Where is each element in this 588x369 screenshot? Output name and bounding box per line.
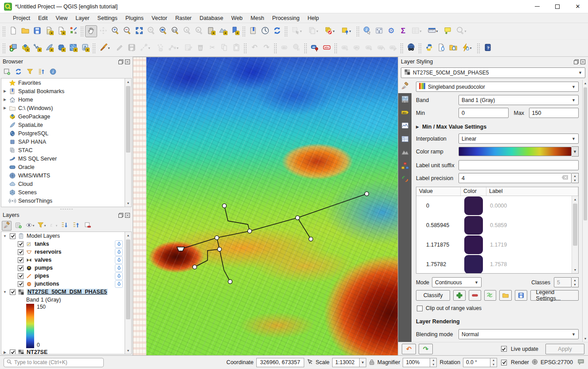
toolbar-grip[interactable]: [418, 43, 422, 54]
menu-raster[interactable]: Raster: [171, 13, 196, 23]
new-map-view-button[interactable]: [205, 25, 217, 37]
styling-layer-select[interactable]: NT27SE_50CM_DSM_PHASE5 ▼: [401, 67, 585, 78]
save-color-map-button[interactable]: [515, 290, 527, 301]
label-precision-spinner[interactable]: ▲▼: [572, 173, 579, 183]
remove-layer-button[interactable]: [82, 221, 92, 231]
water-drop-badge-icon[interactable]: [115, 248, 123, 256]
diagram-tab[interactable]: [398, 160, 412, 173]
column-header-label[interactable]: Label: [486, 187, 578, 196]
new-virtual-layer-button[interactable]: [55, 42, 67, 54]
menu-help[interactable]: Help: [303, 13, 323, 23]
clear-value-icon[interactable]: [561, 175, 568, 181]
layer-item-NT27SE[interactable]: ▶NT27SE: [1, 348, 125, 354]
layer-checkbox[interactable]: [18, 273, 24, 279]
locator-input[interactable]: [14, 359, 101, 365]
color-table-scrollbar[interactable]: ▲ ▼: [572, 196, 578, 273]
styling-redo-button[interactable]: ↷: [419, 344, 433, 354]
layers-scrollbar[interactable]: ▲ ▼: [125, 232, 132, 354]
toggle-editing-button[interactable]: ▾: [97, 42, 114, 54]
toolbar-grip[interactable]: [80, 26, 84, 37]
toolbar-grip[interactable]: [477, 43, 480, 54]
labels-tab[interactable]: abc: [398, 106, 412, 120]
minmax-settings-section[interactable]: ▶ Min / Max Value Settings: [416, 124, 579, 130]
layer-checkbox[interactable]: [18, 249, 24, 255]
lock-scale-icon[interactable]: [369, 359, 375, 366]
coordinate-input[interactable]: 326960, 673357: [256, 358, 304, 367]
live-update-checkbox[interactable]: [501, 346, 507, 352]
layer-item-valves[interactable]: valves: [1, 256, 125, 264]
new-mesh-layer-button[interactable]: [67, 42, 79, 54]
histogram-tab[interactable]: [398, 120, 412, 133]
browser-item-cloud[interactable]: Cloud: [1, 180, 125, 188]
browser-item-geopackage[interactable]: GeoPackage: [1, 112, 125, 121]
add-value-button[interactable]: [453, 290, 466, 301]
label-precision-input[interactable]: 4: [459, 173, 572, 183]
browser-item-c-windows-[interactable]: ▶C:\ (Windows): [1, 104, 125, 112]
classify-button[interactable]: Classify: [416, 290, 450, 301]
pin-labels-button[interactable]: ab: [309, 42, 321, 54]
pan-map-button[interactable]: [85, 25, 97, 37]
browser-item-sap-hana[interactable]: SAP HANA: [1, 137, 125, 146]
refresh-button[interactable]: [271, 25, 283, 37]
column-header-color[interactable]: Color: [461, 187, 486, 196]
browser-float-icon[interactable]: [118, 59, 123, 64]
styling-scrollbar[interactable]: ▲ ▼: [582, 80, 588, 342]
new-print-layout-button[interactable]: [43, 25, 55, 37]
pyramids-tab[interactable]: [398, 146, 412, 160]
styling-undo-button[interactable]: ↶: [402, 344, 416, 354]
identify-features-button[interactable]: i: [361, 25, 373, 37]
band-select[interactable]: Band 1 (Gray)▼: [459, 95, 579, 105]
zoom-to-layer-button[interactable]: [157, 25, 169, 37]
extents-toggle-icon[interactable]: [307, 359, 313, 366]
crs-globe-icon[interactable]: [532, 359, 538, 366]
open-layer-styling-button[interactable]: [2, 221, 12, 231]
browser-item-postgresql[interactable]: PostgreSQL: [1, 129, 125, 137]
browser-item-stac[interactable]: STAC: [1, 146, 125, 154]
menu-processing[interactable]: Processing: [268, 13, 304, 23]
menu-settings[interactable]: Settings: [94, 13, 122, 23]
deselect-all-button[interactable]: ▾: [322, 25, 338, 37]
zoom-native-button[interactable]: 1:1: [169, 25, 181, 37]
new-geopackage-layer-button[interactable]: [19, 42, 31, 54]
rotation-spinner[interactable]: 0.0 ° ▲▼: [463, 358, 497, 367]
expand-all-button[interactable]: [59, 221, 69, 231]
collapse-all-button[interactable]: [71, 221, 81, 231]
interpolation-select[interactable]: Linear▼: [459, 133, 579, 144]
load-ramp-button[interactable]: [484, 290, 497, 301]
layer-item-pumps[interactable]: pumps: [1, 264, 125, 272]
layer-item-junctions[interactable]: junctions: [1, 280, 125, 288]
toolbar-grip[interactable]: [243, 43, 247, 54]
save-project-button[interactable]: [31, 25, 43, 37]
magnifier-spinner[interactable]: 100% ▲▼: [403, 358, 437, 367]
clip-checkbox[interactable]: [417, 306, 423, 311]
show-spatial-bookmarks-button[interactable]: [247, 25, 259, 37]
mode-select[interactable]: Continuous▼: [432, 277, 482, 287]
blending-mode-select[interactable]: Normal▼: [459, 329, 579, 339]
layers-float-icon[interactable]: [118, 213, 123, 218]
toolbar-grip[interactable]: [356, 26, 360, 37]
load-color-map-button[interactable]: [499, 290, 512, 301]
browser-item-oracle[interactable]: Oracle: [1, 163, 125, 171]
browser-item-spatial-bookmarks[interactable]: ▶Spatial Bookmarks: [1, 87, 125, 95]
color-swatch[interactable]: [464, 255, 483, 273]
water-network-folder-button[interactable]: [447, 42, 459, 54]
collapse-tree-button[interactable]: [36, 67, 46, 77]
refresh-browser-button[interactable]: [13, 67, 23, 77]
toolbar-grip[interactable]: [304, 43, 307, 54]
browser-scrollbar[interactable]: ▲ ▼: [125, 78, 132, 207]
minimize-button[interactable]: [527, 0, 547, 13]
column-header-value[interactable]: Value: [416, 187, 461, 196]
layer-item-pipes[interactable]: pipes: [1, 272, 125, 280]
properties-info-button[interactable]: i: [48, 67, 58, 77]
apply-button[interactable]: Apply: [545, 344, 584, 354]
map-canvas[interactable]: [133, 57, 398, 355]
group-checkbox[interactable]: [10, 233, 16, 239]
menu-layer[interactable]: Layer: [71, 13, 93, 23]
toolbar-grip[interactable]: [274, 43, 277, 54]
menu-edit[interactable]: Edit: [34, 13, 52, 23]
new-spatial-bookmark-button[interactable]: [229, 25, 241, 37]
locator-search[interactable]: [4, 358, 104, 367]
toolbar-grip[interactable]: [400, 43, 404, 54]
symbology-tab[interactable]: [398, 80, 412, 93]
color-swatch[interactable]: [464, 196, 483, 215]
